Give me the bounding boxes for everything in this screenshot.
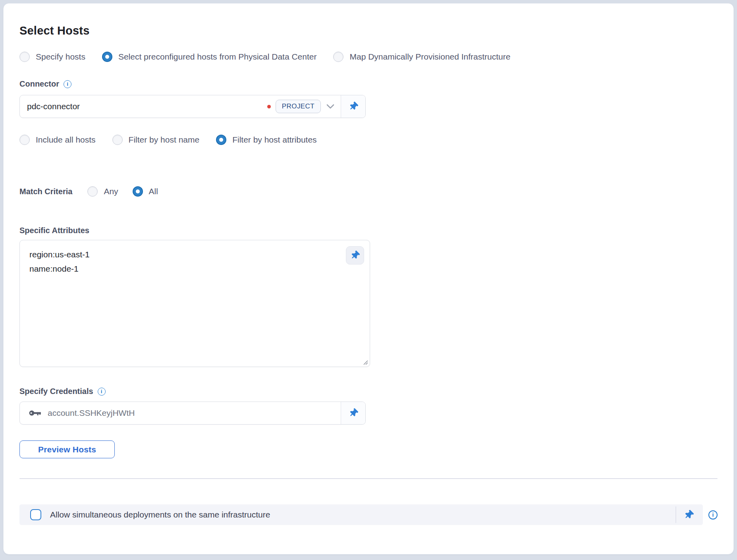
pin-button[interactable] xyxy=(346,246,364,265)
key-icon xyxy=(29,409,41,417)
pushpin-icon xyxy=(682,508,695,521)
specific-attributes-label-row: Specific Attributes xyxy=(19,226,718,235)
credentials-input-main[interactable]: account.SSHKeyjHWtH xyxy=(20,402,341,424)
info-icon[interactable]: i xyxy=(98,388,106,396)
pushpin-icon xyxy=(347,407,359,419)
allow-simultaneous-strip: Allow simultaneous deployments on the sa… xyxy=(19,504,703,525)
radio-option-dynamic-infrastructure[interactable]: Map Dynamically Provisioned Infrastructu… xyxy=(333,52,510,62)
connector-label-row: Connector i xyxy=(19,79,718,89)
radio-option-label[interactable]: Filter by host name xyxy=(129,135,200,145)
specific-attributes-field: region:us-east-1 name:node-1 xyxy=(19,240,370,367)
radio-option-all[interactable]: All xyxy=(133,186,158,197)
preview-hosts-button[interactable]: Preview Hosts xyxy=(19,440,115,458)
pin-button[interactable] xyxy=(341,95,365,118)
radio-unselected-icon[interactable] xyxy=(87,186,98,197)
select-hosts-panel: Select Hosts Specify hosts Select precon… xyxy=(3,3,734,554)
specific-attributes-label: Specific Attributes xyxy=(19,226,89,235)
chevron-down-icon[interactable] xyxy=(326,104,334,109)
radio-unselected-icon[interactable] xyxy=(19,52,30,62)
radio-dot xyxy=(136,189,140,193)
radio-option-specify-hosts[interactable]: Specify hosts xyxy=(19,52,85,62)
match-criteria-row: Match Criteria Any All xyxy=(19,186,718,197)
resize-handle[interactable] xyxy=(363,359,368,365)
radio-option-filter-host-attributes[interactable]: Filter by host attributes xyxy=(216,135,316,145)
pushpin-icon xyxy=(347,100,359,112)
radio-unselected-icon[interactable] xyxy=(19,135,30,145)
scope-badge[interactable]: PROJECT xyxy=(276,100,321,113)
radio-selected-icon[interactable] xyxy=(133,186,143,197)
radio-option-any[interactable]: Any xyxy=(87,186,118,197)
radio-unselected-icon[interactable] xyxy=(333,52,343,62)
radio-option-label[interactable]: Map Dynamically Provisioned Infrastructu… xyxy=(349,52,510,62)
connector-value: pdc-connector xyxy=(27,102,80,111)
radio-option-label[interactable]: Select preconfigured hosts from Physical… xyxy=(118,52,317,62)
radio-option-label[interactable]: All xyxy=(149,187,158,196)
radio-selected-icon[interactable] xyxy=(216,135,226,145)
radio-option-filter-host-name[interactable]: Filter by host name xyxy=(112,135,200,145)
connector-input-main[interactable]: pdc-connector PROJECT xyxy=(20,95,341,118)
allow-simultaneous-label[interactable]: Allow simultaneous deployments on the sa… xyxy=(50,510,270,519)
connector-label: Connector xyxy=(19,79,59,89)
pushpin-icon xyxy=(349,249,361,261)
radio-option-label[interactable]: Any xyxy=(104,187,118,196)
allow-simultaneous-checkbox[interactable] xyxy=(30,509,41,520)
pin-button[interactable] xyxy=(341,402,365,424)
host-selection-radio-group: Specify hosts Select preconfigured hosts… xyxy=(19,52,718,62)
pin-button[interactable] xyxy=(684,510,693,519)
specific-attributes-textarea[interactable]: region:us-east-1 name:node-1 xyxy=(19,240,370,367)
radio-option-label[interactable]: Include all hosts xyxy=(36,135,96,145)
credentials-label-row: Specify Credentials i xyxy=(19,387,718,396)
section-divider xyxy=(19,478,718,479)
radio-dot xyxy=(219,138,223,142)
connector-input[interactable]: pdc-connector PROJECT xyxy=(19,95,366,118)
info-icon[interactable]: i xyxy=(708,510,718,519)
page-title: Select Hosts xyxy=(19,24,718,37)
radio-option-preconfigured-hosts[interactable]: Select preconfigured hosts from Physical… xyxy=(102,52,317,62)
credentials-value: account.SSHKeyjHWtH xyxy=(48,408,135,418)
footer-row: Allow simultaneous deployments on the sa… xyxy=(19,504,718,525)
info-icon[interactable]: i xyxy=(64,80,71,88)
radio-selected-icon[interactable] xyxy=(102,52,112,62)
host-filter-radio-group: Include all hosts Filter by host name Fi… xyxy=(19,135,718,145)
radio-dot xyxy=(105,55,109,59)
required-dot-indicator xyxy=(267,105,271,108)
match-criteria-radio-group: Any All xyxy=(87,186,158,197)
match-criteria-label: Match Criteria xyxy=(19,187,72,196)
radio-option-include-all-hosts[interactable]: Include all hosts xyxy=(19,135,96,145)
credentials-input[interactable]: account.SSHKeyjHWtH xyxy=(19,402,366,425)
radio-option-label[interactable]: Filter by host attributes xyxy=(232,135,316,145)
radio-unselected-icon[interactable] xyxy=(112,135,123,145)
vertical-divider xyxy=(675,506,676,523)
credentials-label: Specify Credentials xyxy=(19,387,93,396)
radio-option-label[interactable]: Specify hosts xyxy=(36,52,85,62)
